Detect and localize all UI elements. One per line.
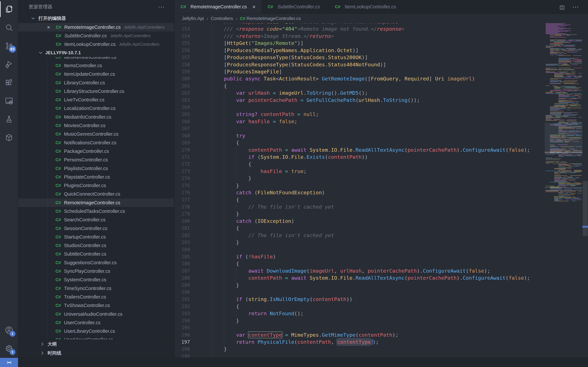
remote-indicator[interactable]: >< [0, 358, 18, 367]
sidebar-more-actions-icon[interactable]: ⋯ [158, 3, 165, 10]
indent-guide [212, 246, 212, 253]
token: IO [282, 154, 288, 160]
tree-item[interactable]: C#TimeSyncController.cs [18, 284, 174, 293]
tree-item[interactable]: C#SessionController.cs [18, 224, 174, 233]
token: urlHash [340, 268, 362, 274]
close-icon[interactable]: × [47, 25, 56, 30]
outline-header[interactable]: 大纲 [18, 339, 174, 349]
tree-item[interactable]: C#ItemUpdateController.cs [18, 70, 174, 78]
tab-subtitlecontroller-cs[interactable]: C#SubtitleController.cs [262, 0, 329, 14]
timeline-header[interactable]: 时间线 [18, 349, 174, 358]
token: Required [405, 76, 429, 82]
token: . [267, 296, 270, 302]
activity-item-source-control[interactable]: 83 [0, 37, 18, 55]
tree-item[interactable]: C#SyncPlayController.cs [18, 267, 174, 275]
breadcrumb-item[interactable]: C#RemoteImageController.cs [240, 16, 301, 21]
tree-item[interactable]: C#PlaystateController.cs [18, 173, 174, 181]
more-actions-icon[interactable]: ⋯ [572, 3, 579, 11]
token: , [331, 339, 337, 345]
csharp-file-icon: C# [55, 89, 64, 94]
csharp-file-icon: C# [55, 192, 64, 197]
tree-item[interactable]: C#LibraryController.cs [18, 78, 174, 87]
code-line: 175 } [175, 182, 545, 189]
tree-item[interactable]: C#UserController.cs [18, 318, 174, 327]
open-editor-label: RemoteImageController.cs [64, 25, 121, 30]
tab-close-icon[interactable]: × [252, 4, 256, 10]
code-text: var hasFile = false; [199, 118, 297, 125]
tree-item[interactable]: C#ScheduledTasksController.cs [18, 207, 174, 216]
tree-item[interactable]: C#MoviesController.cs [18, 121, 174, 130]
open-editor-item[interactable]: C#SubtitleController.csJellyfin.Api/Cont… [18, 32, 174, 40]
tree-item[interactable]: C#LocalizationController.cs [18, 104, 174, 113]
tree-item[interactable]: C#LibraryStructureController.cs [18, 87, 174, 96]
tree-item[interactable]: C#UniversalAudioController.cs [18, 310, 174, 318]
activity-item-package-explorer[interactable] [0, 128, 18, 147]
tree-item[interactable]: C#StartupController.cs [18, 233, 174, 241]
code-line: 162 var urlHash = imageUrl.ToString().Ge… [175, 90, 545, 97]
tree-item[interactable]: C#PackageController.cs [18, 147, 174, 156]
activity-item-search[interactable] [0, 18, 18, 37]
tree-item[interactable]: C#UserViewsController.cs [18, 335, 174, 339]
tree-item[interactable]: C#PersonsController.cs [18, 156, 174, 164]
activity-item-accounts[interactable]: 1 [0, 321, 18, 339]
breadcrumb-separator: › [207, 16, 208, 21]
line-number: 162 [175, 90, 190, 97]
activity-item-explorer[interactable] [0, 0, 18, 18]
token: catch [199, 190, 251, 195]
code-line: 181 { [175, 225, 545, 232]
token: } [199, 175, 251, 181]
tree-item-label: LibraryController.cs [64, 80, 105, 85]
activity-item-settings[interactable]: 1 [0, 339, 18, 358]
tree-item[interactable]: C#PluginsController.cs [18, 181, 174, 190]
tree-item[interactable]: C#MusicGenresController.cs [18, 130, 174, 138]
activity-item-testing[interactable] [0, 110, 18, 128]
code-text: } [199, 317, 239, 324]
activity-item-run-and-debug[interactable] [0, 55, 18, 73]
tree-item-label: MediaInfoController.cs [64, 114, 111, 120]
token: . [328, 275, 331, 281]
activity-item-remote-explorer[interactable] [0, 92, 18, 110]
tree-item[interactable]: C#SuggestionsController.cs [18, 258, 174, 267]
tree-item[interactable]: C#NotificationsController.cs [18, 138, 174, 147]
tab-itemlookupcontroller-cs[interactable]: C#ItemLookupController.cs [329, 0, 402, 14]
minimap-viewport[interactable] [545, 123, 582, 154]
token: try [199, 133, 245, 139]
tree-item[interactable]: C#PlaylistsController.cs [18, 164, 174, 173]
project-header[interactable]: JELLYFIN-10.7.1 [18, 49, 174, 57]
open-editor-item[interactable]: ×C#RemoteImageController.csJellyfin.Api/… [18, 23, 174, 32]
open-editors-header[interactable]: 打开的编辑器 [18, 14, 174, 23]
token: GetRemoteImage [322, 76, 365, 82]
tree-item[interactable]: C#TvShowsController.cs [18, 301, 174, 310]
tree-item[interactable]: C#MediaInfoController.cs [18, 113, 174, 121]
token: > [297, 23, 300, 25]
tree-item[interactable]: C#StudiosController.cs [18, 241, 174, 250]
token: { [199, 303, 239, 309]
token: ProducesResponseType [227, 54, 288, 60]
code-text: } [199, 346, 227, 353]
line-number: 175 [175, 182, 190, 189]
tree-item[interactable]: C#QuickConnectController.cs [18, 190, 174, 198]
tab-remoteimagecontroller-cs[interactable]: C#RemoteImageController.cs× [175, 0, 262, 14]
tree-item[interactable]: C#UserLibraryController.cs [18, 327, 174, 335]
split-editor-icon[interactable] [559, 4, 565, 10]
tree-item[interactable]: C#SubtitleController.cs [18, 250, 174, 258]
minimap[interactable] [545, 23, 582, 358]
tree-item[interactable]: C#ItemsController.cs [18, 61, 174, 70]
editor[interactable]: 152 /// <response code="200">Remote imag… [175, 23, 588, 358]
breadcrumb-item[interactable]: Controllers [211, 16, 233, 21]
csharp-file-icon: C# [55, 80, 64, 85]
tree-item[interactable]: C#RemoteImageController.cs [18, 198, 174, 207]
token: response [377, 26, 401, 32]
tree-item[interactable]: C#SystemController.cs [18, 275, 174, 284]
tree-item[interactable]: C#SearchController.cs [18, 216, 174, 224]
open-editor-item[interactable]: C#ItemLookupController.csJellyfin.Api/Co… [18, 40, 174, 49]
code-line: 189 } [175, 282, 545, 289]
tree-item[interactable]: C#TrailersController.cs [18, 293, 174, 301]
breadcrumb-item[interactable]: Jellyfin.Api [182, 16, 204, 21]
token: ; [303, 168, 307, 174]
editor-scrollbar[interactable] [582, 23, 588, 358]
token: { [199, 140, 239, 146]
tree-item[interactable]: C#ItemRefreshController.cs [18, 57, 174, 61]
tree-item[interactable]: C#LiveTvController.cs [18, 96, 174, 104]
activity-item-extensions[interactable] [0, 73, 18, 92]
